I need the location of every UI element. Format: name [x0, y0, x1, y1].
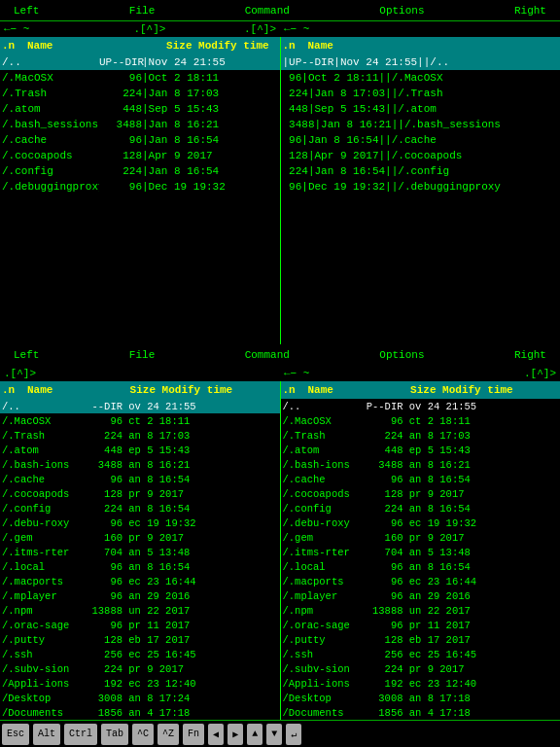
bottom-right-row-2[interactable]: /.atom 448 ep 5 15:43	[281, 443, 561, 457]
top-left-col-name: Name	[27, 40, 150, 52]
bottom-right-row-19[interactable]: /Desktop 3008 an 8 17:18	[281, 691, 561, 705]
bottom-right-row-1[interactable]: /.Trash 224 an 8 17:03	[281, 428, 561, 443]
top-left-path-right: .[^]>	[244, 23, 276, 35]
bottom-right-row-6[interactable]: /.config 224 an 8 16:54	[281, 501, 561, 516]
top-right-row-0[interactable]: 96|Oct 2 18:11||/.MacOSX	[281, 70, 561, 86]
bottom-right-row-20[interactable]: /Documents 1856 an 4 17:18	[281, 705, 561, 720]
fn-ctrlz[interactable]: ^Z	[158, 724, 179, 745]
top-right-row-5[interactable]: 128|Apr 9 2017||/.cocoapods	[281, 148, 561, 163]
top-right-row-4[interactable]: 96|Jan 8 16:54||/.cache	[281, 132, 561, 148]
top-right-row-2[interactable]: 448|Sep 5 15:43||/.atom	[281, 101, 561, 117]
top-menu-file[interactable]: File	[122, 5, 162, 17]
top-right-row-7[interactable]: 96|Dec 19 19:32||/.debuggingproxy	[281, 179, 561, 195]
top-left-row-5[interactable]: /.cocoapods 128 |Apr 9 2017	[0, 148, 280, 163]
bottom-menu-file[interactable]: File	[122, 349, 162, 361]
top-menu-options[interactable]: Options	[371, 5, 432, 17]
bottom-right-row-3[interactable]: /.bash-ions 3488 an 8 16:21	[281, 457, 561, 472]
top-right-row-3[interactable]: 3488|Jan 8 16:21||/.bash_sessions	[281, 117, 561, 132]
bottom-right-path-bar: ←− ~ .[^]>	[280, 366, 560, 381]
bottom-right-pane: .n Name Size Modify time /.. P--DIR ov 2…	[281, 381, 561, 720]
fn-enter[interactable]: ↵	[286, 724, 301, 745]
bottom-left-row-13[interactable]: /.npm 13888 un 22 2017	[0, 603, 280, 618]
bottom-left-header: .n Name Size Modify time	[0, 381, 280, 399]
bottom-right-row-13[interactable]: /.npm 13888 un 22 2017	[281, 603, 561, 618]
fn-alt[interactable]: Alt	[33, 724, 60, 745]
fn-tab[interactable]: Tab	[101, 724, 128, 745]
bottom-right-row-updir[interactable]: /.. P--DIR ov 24 21:55	[281, 399, 561, 413]
bottom-left-row-5[interactable]: /.cocoapods 128 pr 9 2017	[0, 486, 280, 501]
top-left-row-4[interactable]: /.cache 96 |Jan 8 16:54	[0, 132, 280, 148]
fn-ctrlc[interactable]: ^C	[132, 724, 154, 745]
top-panels-row: .n Name Size Modify time /.. UP--DIR |No…	[0, 37, 560, 344]
bottom-left-row-3[interactable]: /.bash-ions 3488 an 8 16:21	[0, 457, 280, 472]
bottom-area: Left File Command Options Right .[^]> ←−…	[0, 344, 560, 720]
top-area: Left File Command Options Right ←− ~ .[^…	[0, 0, 560, 344]
bottom-left-row-12[interactable]: /.mplayer 96 an 29 2016	[0, 588, 280, 603]
bottom-right-row-4[interactable]: /.cache 96 an 8 16:54	[281, 472, 561, 486]
top-left-row-3[interactable]: /.bash_sessions 3488 |Jan 8 16:21	[0, 117, 280, 132]
top-right-row-6[interactable]: 224|Jan 8 16:54||/.config	[281, 163, 561, 179]
fn-left[interactable]: ◀	[208, 724, 224, 745]
bottom-right-row-0[interactable]: /.MacOSX 96 ct 2 18:11	[281, 413, 561, 428]
bottom-left-row-11[interactable]: /.macports 96 ec 23 16:44	[0, 574, 280, 588]
bottom-menu-right[interactable]: Right	[507, 349, 554, 361]
bottom-left-row-0[interactable]: /.MacOSX 96 ct 2 18:11	[0, 413, 280, 428]
bottom-left-row-18[interactable]: /Appli-ions 192 ec 23 12:40	[0, 676, 280, 691]
top-left-row-0[interactable]: /.MacOSX 96 |Oct 2 18:11	[0, 70, 280, 86]
bottom-right-row-18[interactable]: /Appli-ions 192 ec 23 12:40	[281, 676, 561, 691]
fn-down[interactable]: ▼	[266, 724, 282, 745]
fn-up[interactable]: ▲	[247, 724, 262, 745]
top-left-path-bar: ←− ~ .[^]> .[^]>	[0, 21, 280, 37]
bottom-right-row-10[interactable]: /.local 96 an 8 16:54	[281, 559, 561, 574]
bottom-right-row-7[interactable]: /.debu-roxy 96 ec 19 19:32	[281, 516, 561, 530]
bottom-left-row-15[interactable]: /.putty 128 eb 17 2017	[0, 632, 280, 647]
bottom-right-row-8[interactable]: /.gem 160 pr 9 2017	[281, 530, 561, 545]
top-left-row-2[interactable]: /.atom 448 |Sep 5 15:43	[0, 101, 280, 117]
top-menu-right[interactable]: Right	[507, 5, 554, 17]
bottom-left-row-19[interactable]: /Desktop 3008 an 8 17:24	[0, 691, 280, 705]
bottom-left-row-7[interactable]: /.debu-roxy 96 ec 19 19:32	[0, 516, 280, 530]
bottom-right-row-16[interactable]: /.ssh 256 ec 25 16:45	[281, 647, 561, 661]
bottom-menu-bar: Left File Command Options Right	[0, 344, 560, 366]
bottom-left-row-6[interactable]: /.config 224 an 8 16:54	[0, 501, 280, 516]
fn-ctrl[interactable]: Ctrl	[64, 724, 97, 745]
fn-esc[interactable]: Esc	[2, 724, 29, 745]
top-menu-command[interactable]: Command	[237, 5, 298, 17]
bottom-left-row-2[interactable]: /.atom 448 ep 5 15:43	[0, 443, 280, 457]
bottom-left-row-updir[interactable]: /.. --DIR ov 24 21:55	[0, 399, 280, 413]
bottom-left-row-20[interactable]: /Documents 1856 an 4 17:18	[0, 705, 280, 720]
bottom-left-row-8[interactable]: /.gem 160 pr 9 2017	[0, 530, 280, 545]
top-right-row-updir[interactable]: |UP--DIR|Nov 24 21:55||/..	[281, 54, 561, 70]
bottom-left-row-17[interactable]: /.subv-sion 224 pr 9 2017	[0, 661, 280, 676]
bottom-right-row-9[interactable]: /.itms-rter 704 an 5 13:48	[281, 545, 561, 559]
bottom-left-row-1[interactable]: /.Trash 224 an 8 17:03	[0, 428, 280, 443]
bottom-right-row-17[interactable]: /.subv-sion 224 pr 9 2017	[281, 661, 561, 676]
fn-fn[interactable]: Fn	[183, 724, 204, 745]
top-left-col-modify: Modify time	[192, 40, 278, 52]
top-left-row-1[interactable]: /.Trash 224 |Jan 8 17:03	[0, 86, 280, 101]
bottom-menu-options[interactable]: Options	[371, 349, 432, 361]
top-left-row-7[interactable]: /.debuggingproxy 96 |Dec 19 19:32	[0, 179, 280, 195]
top-left-row-6[interactable]: /.config 224 |Jan 8 16:54	[0, 163, 280, 179]
bottom-left-row-10[interactable]: /.local 96 an 8 16:54	[0, 559, 280, 574]
top-left-row-updir[interactable]: /.. UP--DIR |Nov 24 21:55	[0, 54, 280, 70]
fn-right[interactable]: ▶	[228, 724, 243, 745]
bottom-right-row-14[interactable]: /.orac-sage 96 pr 11 2017	[281, 618, 561, 632]
bottom-right-header: .n Name Size Modify time	[281, 381, 561, 399]
top-right-header: .n Name	[281, 37, 561, 54]
bottom-left-row-9[interactable]: /.itms-rter 704 an 5 13:48	[0, 545, 280, 559]
bottom-right-row-12[interactable]: /.mplayer 96 an 29 2016	[281, 588, 561, 603]
bottom-dual-pane: .n Name Size Modify time /.. --DIR ov 24…	[0, 381, 560, 720]
bottom-right-row-11[interactable]: /.macports 96 ec 23 16:44	[281, 574, 561, 588]
top-right-path-bar: ←− ~	[280, 21, 560, 37]
top-menu-left[interactable]: Left	[6, 5, 47, 17]
bottom-right-row-15[interactable]: /.putty 128 eb 17 2017	[281, 632, 561, 647]
bottom-left-row-16[interactable]: /.ssh 256 ec 25 16:45	[0, 647, 280, 661]
top-right-row-1[interactable]: 224|Jan 8 17:03||/.Trash	[281, 86, 561, 101]
bottom-left-row-14[interactable]: /.orac-sage 96 pr 11 2017	[0, 618, 280, 632]
bottom-right-row-5[interactable]: /.cocoapods 128 pr 9 2017	[281, 486, 561, 501]
bottom-menu-left[interactable]: Left	[6, 349, 47, 361]
bottom-left-row-4[interactable]: /.cache 96 an 8 16:54	[0, 472, 280, 486]
bottom-menu-command[interactable]: Command	[237, 349, 298, 361]
top-left-header: .n Name Size Modify time	[0, 37, 280, 54]
